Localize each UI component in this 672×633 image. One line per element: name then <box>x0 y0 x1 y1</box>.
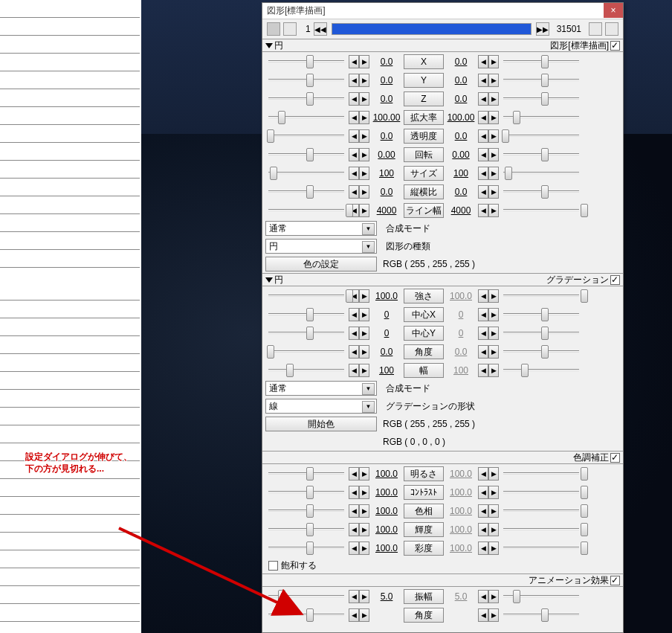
spin-right-btn[interactable]: ▶ <box>359 129 369 143</box>
spin-right-btn[interactable]: ▶ <box>359 74 369 87</box>
slider-left[interactable] <box>265 187 347 197</box>
spin-right-btn[interactable]: ▶ <box>359 364 369 377</box>
value-right[interactable]: 100 <box>445 365 476 376</box>
spin-right-btn[interactable]: ▶ <box>488 308 499 321</box>
slider-right[interactable] <box>500 94 582 104</box>
value-right[interactable]: 0.0 <box>445 347 476 357</box>
spin-right-btn[interactable]: ▶ <box>488 364 499 377</box>
spin-right-btn[interactable]: ▶ <box>488 486 499 499</box>
slider-left[interactable] <box>265 543 347 553</box>
spin-right-btn[interactable]: ▶ <box>359 486 369 499</box>
slider-left[interactable] <box>265 131 347 141</box>
spin-right-btn[interactable]: ▶ <box>488 74 499 87</box>
spin-left-btn[interactable]: ◀ <box>349 327 359 340</box>
timeline-slider[interactable] <box>332 23 532 35</box>
param-label-button[interactable]: 輝度 <box>404 522 444 537</box>
slider-right[interactable] <box>500 506 582 516</box>
spin-right-btn[interactable]: ▶ <box>488 204 499 217</box>
value-right[interactable]: 0.0 <box>445 75 476 86</box>
slider-left[interactable] <box>265 487 347 498</box>
param-label-button[interactable]: 中心Y <box>404 326 444 341</box>
param-label-button[interactable]: ｺﾝﾄﾗｽﾄ <box>404 485 444 500</box>
spin-left-btn[interactable]: ◀ <box>478 327 488 340</box>
tool-icon-3[interactable] <box>589 22 602 36</box>
slider-left[interactable] <box>265 506 347 516</box>
slider-left[interactable] <box>265 205 347 216</box>
spin-left-btn[interactable]: ◀ <box>349 504 359 518</box>
value-right[interactable]: 5.0 <box>445 591 476 602</box>
value-left[interactable]: 0.0 <box>371 187 402 197</box>
spin-left-btn[interactable]: ◀ <box>478 308 488 321</box>
param-label-button[interactable]: 幅 <box>404 363 444 378</box>
slider-right[interactable] <box>500 365 582 376</box>
spin-left-btn[interactable]: ◀ <box>349 590 359 603</box>
spin-left-btn[interactable]: ◀ <box>349 55 359 68</box>
value-left[interactable]: 0 <box>371 328 402 338</box>
value-right[interactable]: 0.00 <box>445 150 476 160</box>
slider-left[interactable] <box>265 365 347 376</box>
spin-right-btn[interactable]: ▶ <box>488 467 499 481</box>
spin-left-btn[interactable]: ◀ <box>478 590 488 603</box>
param-label-button[interactable]: 明るさ <box>404 466 444 481</box>
slider-left[interactable] <box>265 150 347 160</box>
spin-left-btn[interactable]: ◀ <box>478 148 488 161</box>
value-left[interactable]: 100.0 <box>371 469 402 479</box>
spin-right-btn[interactable]: ▶ <box>488 92 499 106</box>
spin-left-btn[interactable]: ◀ <box>349 542 359 555</box>
slider-left[interactable] <box>265 347 347 357</box>
slider-right[interactable] <box>500 291 582 301</box>
value-left[interactable]: 100 <box>371 365 402 376</box>
spin-right-btn[interactable]: ▶ <box>488 504 499 518</box>
slider-right[interactable] <box>500 150 582 160</box>
spin-left-btn[interactable]: ◀ <box>349 74 359 87</box>
spin-right-btn[interactable]: ▶ <box>359 185 369 199</box>
spin-left-btn[interactable]: ◀ <box>478 608 488 622</box>
value-left[interactable]: 0 <box>371 309 402 320</box>
spin-right-btn[interactable]: ▶ <box>488 289 499 303</box>
start-color-button[interactable]: 開始色 <box>265 417 377 431</box>
slider-right[interactable] <box>500 205 582 216</box>
spin-right-btn[interactable]: ▶ <box>359 523 369 536</box>
value-left[interactable]: 100.00 <box>371 112 402 123</box>
value-right[interactable]: 0.0 <box>445 57 476 67</box>
spin-left-btn[interactable]: ◀ <box>478 486 488 499</box>
slider-left[interactable] <box>265 75 347 86</box>
spin-right-btn[interactable]: ▶ <box>488 542 499 555</box>
spin-right-btn[interactable]: ▶ <box>488 185 499 199</box>
spin-right-btn[interactable]: ▶ <box>488 129 499 143</box>
spin-right-btn[interactable]: ▶ <box>488 327 499 340</box>
slider-left[interactable] <box>265 168 347 179</box>
slider-left[interactable] <box>265 57 347 67</box>
param-label-button[interactable]: Y <box>404 73 444 88</box>
value-right[interactable]: 4000 <box>445 205 476 216</box>
value-left[interactable]: 4000 <box>371 205 402 216</box>
value-right[interactable]: 0.0 <box>445 94 476 104</box>
spin-left-btn[interactable]: ◀ <box>349 185 359 199</box>
spin-left-btn[interactable]: ◀ <box>478 185 488 199</box>
spin-left-btn[interactable]: ◀ <box>478 364 488 377</box>
value-left[interactable]: 100 <box>371 168 402 179</box>
value-right[interactable]: 100.0 <box>445 291 476 301</box>
param-label-button[interactable]: ライン幅 <box>404 203 444 218</box>
spin-left-btn[interactable]: ◀ <box>349 148 359 161</box>
spin-left-btn[interactable]: ◀ <box>349 364 359 377</box>
slider-right[interactable] <box>500 610 582 620</box>
rewind-button[interactable]: ◀◀ <box>314 22 327 36</box>
spin-right-btn[interactable]: ▶ <box>488 590 499 603</box>
param-label-button[interactable]: 透明度 <box>404 129 444 144</box>
spin-left-btn[interactable]: ◀ <box>349 129 359 143</box>
section1-header[interactable]: 円 図形[標準描画] <box>262 39 623 52</box>
spin-right-btn[interactable]: ▶ <box>359 55 369 68</box>
tool-icon-1[interactable] <box>267 22 280 36</box>
value-right[interactable]: 0.0 <box>445 187 476 197</box>
slider-right[interactable] <box>500 57 582 67</box>
slider-left[interactable] <box>265 591 347 602</box>
value-right[interactable]: 100.0 <box>445 506 476 516</box>
frame-current[interactable]: 1 <box>306 24 311 34</box>
param-label-button[interactable]: 彩度 <box>404 541 444 556</box>
slider-right[interactable] <box>500 168 582 179</box>
spin-left-btn[interactable]: ◀ <box>478 504 488 518</box>
slider-right[interactable] <box>500 487 582 498</box>
spin-left-btn[interactable]: ◀ <box>478 289 488 303</box>
section4-checkbox[interactable] <box>610 576 620 585</box>
